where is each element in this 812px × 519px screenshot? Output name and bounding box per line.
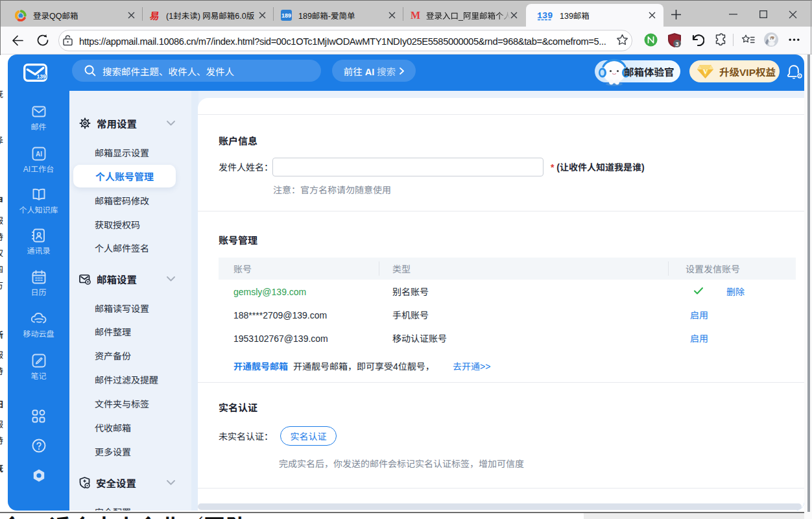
svg-text:V: V [703, 67, 708, 75]
svg-text:139: 139 [36, 73, 46, 80]
svg-text:3: 3 [675, 40, 678, 47]
svg-text:AI: AI [36, 151, 42, 158]
